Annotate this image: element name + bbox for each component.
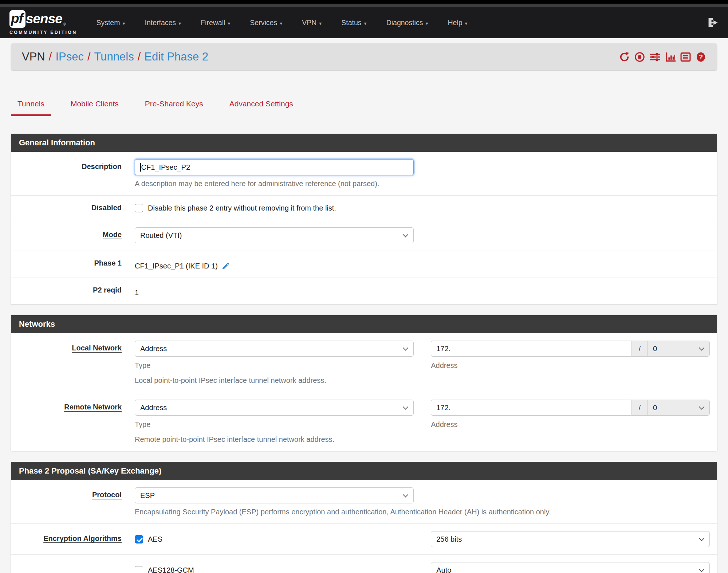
menu-status[interactable]: Status▾ [331,19,376,27]
remote-network-prefix-separator: / [632,400,648,416]
menu-firewall[interactable]: Firewall▾ [191,19,240,27]
local-network-address-caption: Address [431,361,710,370]
breadcrumb-separator: / [45,50,56,63]
remote-network-help: Remote point-to-point IPsec interface tu… [135,435,710,444]
logout-icon[interactable] [707,17,719,28]
local-network-address-input[interactable]: 172. [431,341,632,357]
form-row-p2reqid: P2 reqid 1 [11,278,717,304]
phase1-value: CF1_IPsec_P1 (IKE ID 1) [135,262,218,270]
panel-title: General Information [11,134,717,152]
remote-network-address-input[interactable]: 172. [431,400,632,416]
p2reqid-value: 1 [135,289,139,297]
menu-system[interactable]: System▾ [86,19,135,27]
breadcrumb-link-ipsec[interactable]: IPsec [55,50,84,63]
tab-bar: Tunnels Mobile Clients Pre-Shared Keys A… [11,99,717,116]
logo-subtitle: COMMUNITY EDITION [9,30,77,35]
chevron-down-icon: ▾ [122,20,125,26]
protocol-help: Encapsulating Security Payload (ESP) per… [135,508,710,516]
panel-title: Networks [11,315,717,333]
status-chart-icon[interactable] [665,52,676,62]
breadcrumb-link-tunnels[interactable]: Tunnels [94,50,134,63]
panel-phase2-proposal: Phase 2 Proposal (SA/Key Exchange) Proto… [11,462,717,573]
chevron-down-icon: ▾ [425,20,428,26]
remote-network-type-caption: Type [135,420,414,429]
panel-title: Phase 2 Proposal (SA/Key Exchange) [11,462,717,480]
disabled-label: Disabled [11,203,135,212]
form-row-phase1: Phase 1 CF1_IPsec_P1 (IKE ID 1) [11,251,717,278]
mode-select[interactable]: Routed (VTI) [135,227,414,243]
pfsense-logo[interactable]: pfsense® COMMUNITY EDITION [9,10,77,35]
tab-advanced-settings[interactable]: Advanced Settings [223,99,300,116]
aes-keylen-select[interactable]: 256 bits [431,531,710,547]
aes128gcm-keylen-select[interactable]: Auto [431,562,710,573]
page-action-icons: ? [619,52,706,62]
chevron-down-icon: ▾ [465,20,468,26]
remote-network-prefix-select[interactable]: 0 [648,400,710,416]
form-row-local-network: Local Network Address Type 172. / 0 Addr… [11,333,717,392]
main-menu: System▾ Interfaces▾ Firewall▾ Services▾ … [86,19,477,27]
form-row-remote-network: Remote Network Address Type 172. / 0 Add… [11,392,717,451]
local-network-prefix-separator: / [632,341,648,357]
tab-tunnels[interactable]: Tunnels [11,99,51,116]
remote-network-label: Remote Network [11,400,135,444]
phase1-label: Phase 1 [11,258,135,270]
breadcrumb: VPN/IPsec/Tunnels/Edit Phase 2 [22,50,208,63]
chevron-down-icon: ▾ [228,20,230,26]
local-network-help: Local point-to-point IPsec interface tun… [135,376,710,385]
menu-vpn[interactable]: VPN▾ [292,19,331,27]
breadcrumb-root: VPN [22,50,45,63]
log-icon[interactable] [680,52,691,62]
text-cursor [140,163,141,172]
related-settings-icon[interactable] [650,52,660,62]
description-help: A description may be entered here for ad… [135,180,710,188]
logo-pf-mark: pf [9,10,25,28]
menu-diagnostics[interactable]: Diagnostics▾ [377,19,438,27]
disabled-checkbox[interactable] [135,204,143,212]
refresh-icon[interactable] [619,52,630,62]
menu-interfaces[interactable]: Interfaces▾ [135,19,191,27]
window-chrome [0,0,728,4]
panel-general-information: General Information Description CF1_IPse… [11,134,717,304]
chevron-down-icon: ▾ [280,20,282,26]
mode-label: Mode [11,227,135,243]
breadcrumb-separator: / [84,50,94,63]
remote-network-address-caption: Address [431,420,710,429]
form-row-encryption-aes128gcm: AES128-GCM Auto [11,555,717,573]
page-title: Edit Phase 2 [144,50,208,63]
chevron-down-icon: ▾ [364,20,367,26]
form-row-description: Description CF1_IPsec_P2 A description m… [11,152,717,196]
form-row-disabled: Disabled Disable this phase 2 entry with… [11,196,717,220]
description-label: Description [11,159,135,188]
tab-pre-shared-keys[interactable]: Pre-Shared Keys [138,99,210,116]
chevron-down-icon: ▾ [319,20,322,26]
panel-networks: Networks Local Network Address Type 172.… [11,315,717,451]
p2reqid-label: P2 reqid [11,285,135,297]
remote-network-type-select[interactable]: Address [135,400,414,416]
logo-text: sense [26,11,62,27]
help-icon[interactable]: ? [696,52,706,62]
top-navbar: pfsense® COMMUNITY EDITION System▾ Inter… [0,7,728,38]
encryption-algorithms-label: Encryption Algorithms [11,531,135,547]
local-network-type-caption: Type [135,361,414,370]
menu-help[interactable]: Help▾ [438,19,477,27]
tab-mobile-clients[interactable]: Mobile Clients [64,99,125,116]
disabled-checkbox-label: Disable this phase 2 entry without remov… [148,204,336,212]
form-row-protocol: Protocol ESP Encapsulating Security Payl… [11,480,717,524]
aes-checkbox[interactable] [135,535,143,543]
protocol-select[interactable]: ESP [135,487,414,503]
local-network-prefix-select[interactable]: 0 [648,341,710,357]
form-row-mode: Mode Routed (VTI) [11,220,717,251]
local-network-label: Local Network [11,341,135,385]
form-row-encryption-aes: Encryption Algorithms AES 256 bits [11,524,717,555]
description-input[interactable]: CF1_IPsec_P2 [135,159,414,175]
aes128gcm-checkbox-label: AES128-GCM [148,566,194,573]
registered-mark: ® [63,22,66,26]
local-network-type-select[interactable]: Address [135,341,414,357]
svg-text:?: ? [699,53,703,60]
stop-service-icon[interactable] [634,52,645,62]
edit-phase1-icon[interactable] [221,262,230,270]
protocol-label: Protocol [11,487,135,516]
breadcrumb-bar: VPN/IPsec/Tunnels/Edit Phase 2 ? [11,43,717,70]
aes128gcm-checkbox[interactable] [135,566,143,573]
menu-services[interactable]: Services▾ [240,19,292,27]
